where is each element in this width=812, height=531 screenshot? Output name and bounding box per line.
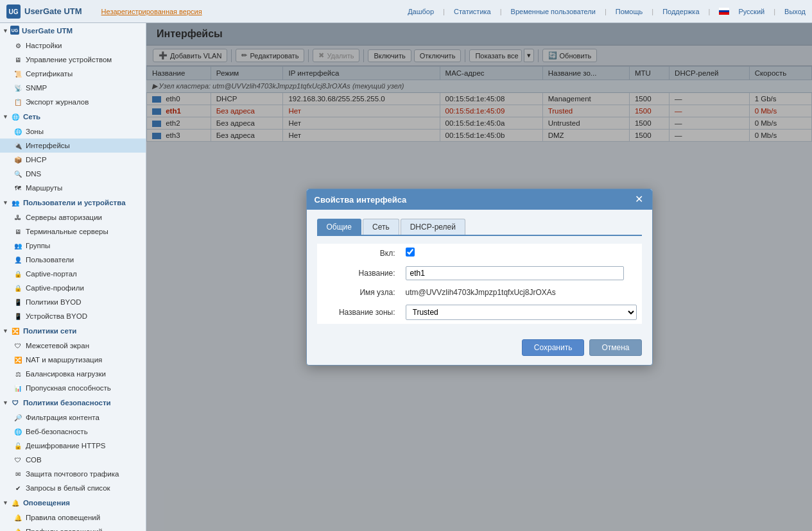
sidebar-label-device-mgmt: Управление устройством: [26, 56, 112, 63]
nav-dashboard[interactable]: Дашбор: [408, 8, 434, 15]
sidebar-label-https-decrypt: Дешифрование HTTPS: [26, 442, 106, 450]
sidebar-label-byod-policies: Политики BYOD: [26, 298, 81, 306]
sidebar-item-bandwidth[interactable]: 📊 Пропускная способность: [0, 381, 146, 395]
form-row-zone: Название зоны: Trusted Untrusted Managem…: [317, 301, 642, 324]
sidebar-item-byod-policies[interactable]: 📱 Политики BYOD: [0, 295, 146, 309]
sidebar-item-mail-protection[interactable]: ✉ Защита почтового трафика: [0, 467, 146, 481]
sidebar-item-settings[interactable]: ⚙ Настройки: [0, 38, 146, 53]
node-value: utm@UVVzlih4703kJmpzp1tqfxUcj8JrOXAs: [401, 284, 642, 301]
sidebar-item-interfaces[interactable]: 🔌 Интерфейсы: [0, 139, 146, 153]
sidebar-item-device-mgmt[interactable]: 🖥 Управление устройством: [0, 53, 146, 67]
sidebar-item-byod-devices[interactable]: 📱 Устройства BYOD: [0, 309, 146, 323]
sidebar-label-content-filter: Фильтрация контента: [26, 414, 99, 421]
modal-overlay: Свойства интерфейса ✕ Общие Сеть DHCP-ре…: [146, 23, 812, 531]
nav-support[interactable]: Поддержка: [662, 8, 699, 15]
content-filter-icon: 🔎: [13, 412, 23, 423]
sidebar-label-captive-portal: Captive-портал: [26, 270, 77, 278]
sidebar-item-notification-profiles[interactable]: 🔔 Профили оповещений: [0, 525, 146, 531]
sidebar-item-whitelist[interactable]: ✔ Запросы в белый список: [0, 481, 146, 495]
bandwidth-icon: 📊: [13, 383, 23, 393]
sidebar-item-snmp[interactable]: 📡 SNMP: [0, 81, 146, 95]
modal-title: Свойства интерфейса: [315, 195, 407, 205]
sidebar-label-notifications: Оповещения: [23, 499, 70, 507]
sidebar-label-routes: Маршруты: [26, 184, 62, 192]
sidebar-item-cob[interactable]: 🛡 СОВ: [0, 453, 146, 467]
name-label: Название:: [317, 262, 401, 284]
sidebar-item-captive-profiles[interactable]: 🔒 Captive-профили: [0, 281, 146, 295]
sidebar-label-dhcp: DHCP: [26, 156, 47, 164]
modal-close-button[interactable]: ✕: [634, 194, 644, 205]
top-bar: UG UserGate UTM Незарегистрированная вер…: [0, 0, 812, 23]
flag-icon: [719, 8, 729, 15]
sidebar-item-zones[interactable]: 🌐 Зоны: [0, 124, 146, 139]
sidebar-group-users[interactable]: ▼ 👥 Пользователи и устройства: [0, 195, 146, 210]
sidebar-label-groups: Группы: [26, 242, 50, 249]
form-row-enabled: Вкл:: [317, 244, 642, 262]
sidebar-group-security[interactable]: ▼ 🛡 Политики безопасности: [0, 395, 146, 410]
interfaces-icon: 🔌: [13, 140, 23, 151]
sidebar-label-users: Пользователи: [26, 256, 74, 264]
nav-statistics[interactable]: Статистика: [454, 8, 491, 15]
sidebar-item-web-security[interactable]: 🌐 Веб-безопасность: [0, 425, 146, 439]
sidebar-label-usergate: UserGate UTM: [22, 27, 73, 35]
nav-help[interactable]: Помощь: [616, 8, 643, 15]
sidebar-label-loadbalance: Балансировка нагрузки: [26, 370, 106, 378]
zone-value: Trusted Untrusted Management DMZ: [401, 301, 642, 324]
sidebar-group-network[interactable]: ▼ 🌐 Сеть: [0, 109, 146, 124]
sidebar-item-groups[interactable]: 👥 Группы: [0, 239, 146, 253]
name-input[interactable]: [406, 266, 624, 280]
sidebar-item-firewall[interactable]: 🛡 Межсетевой экран: [0, 339, 146, 353]
form-row-node: Имя узла: utm@UVVzlih4703kJmpzp1tqfxUcj8…: [317, 284, 642, 301]
save-button[interactable]: Сохранить: [522, 339, 585, 356]
content-area: Интерфейсы ➕ Добавить VLAN ✏ Редактирова…: [146, 23, 812, 531]
app-title: UserGate UTM: [24, 6, 82, 16]
sidebar-item-certs[interactable]: 📜 Сертификаты: [0, 67, 146, 81]
settings-icon: ⚙: [13, 40, 23, 51]
sidebar-item-https-decrypt[interactable]: 🔓 Дешифрование HTTPS: [0, 439, 146, 453]
whitelist-icon: ✔: [13, 483, 23, 493]
cancel-button[interactable]: Отмена: [589, 339, 641, 356]
nav-logout[interactable]: Выход: [784, 8, 806, 15]
sidebar-item-captive-portal[interactable]: 🔒 Captive-портал: [0, 267, 146, 281]
users-group-icon: 👥: [10, 198, 21, 208]
captive-profiles-icon: 🔒: [13, 283, 23, 293]
enabled-checkbox[interactable]: [406, 248, 415, 257]
sidebar-label-interfaces: Интерфейсы: [26, 142, 70, 149]
modal-tab-network[interactable]: Сеть: [363, 219, 399, 235]
unregistered-link[interactable]: Незарегистрированная версия: [101, 8, 202, 15]
sidebar-item-users[interactable]: 👤 Пользователи: [0, 253, 146, 267]
zone-select[interactable]: Trusted Untrusted Management DMZ: [406, 305, 637, 320]
sidebar-item-content-filter[interactable]: 🔎 Фильтрация контента: [0, 410, 146, 425]
sidebar-label-cob: СОВ: [26, 456, 42, 464]
sidebar-item-nat[interactable]: 🔀 NAT и маршрутизация: [0, 353, 146, 367]
sidebar-item-notification-rules[interactable]: 🔔 Правила оповещений: [0, 510, 146, 525]
modal-tab-dhcp-relay[interactable]: DHCP-релей: [401, 219, 465, 235]
export-logs-icon: 📋: [13, 97, 23, 107]
sidebar-item-dhcp[interactable]: 📦 DHCP: [0, 153, 146, 167]
sidebar-label-certs: Сертификаты: [26, 70, 73, 78]
sidebar-item-routes[interactable]: 🗺 Маршруты: [0, 181, 146, 195]
sidebar-label-nat: NAT и маршрутизация: [26, 356, 102, 364]
device-mgmt-icon: 🖥: [13, 55, 23, 65]
sidebar-item-loadbalance[interactable]: ⚖ Балансировка нагрузки: [0, 367, 146, 381]
sidebar-label-mail-protection: Защита почтового трафика: [26, 470, 119, 478]
sidebar-label-dns: DNS: [26, 170, 41, 178]
network-icon: 🌐: [10, 112, 21, 122]
sidebar-label-byod-devices: Устройства BYOD: [26, 312, 87, 320]
sidebar-item-auth-servers[interactable]: 🖧 Серверы авторизации: [0, 210, 146, 224]
sidebar-group-usergate[interactable]: ▼ UG UserGate UTM: [0, 23, 146, 38]
sidebar-label-bandwidth: Пропускная способность: [26, 384, 111, 392]
sidebar-item-terminal-servers[interactable]: 🖥 Терминальные серверы: [0, 224, 146, 239]
nav-temp-users[interactable]: Временные пользователи: [511, 8, 596, 15]
sidebar-item-dns[interactable]: 🔍 DNS: [0, 167, 146, 181]
sidebar-item-export-logs[interactable]: 📋 Экспорт журналов: [0, 95, 146, 109]
sidebar-label-notification-profiles: Профили оповещений: [26, 528, 103, 531]
expand-arrow-users: ▼: [3, 199, 8, 206]
sidebar-label-notification-rules: Правила оповещений: [26, 514, 100, 521]
modal-title-bar: Свойства интерфейса ✕: [307, 189, 652, 210]
nav-lang[interactable]: Русский: [738, 8, 764, 15]
sidebar-group-net-policies[interactable]: ▼ 🔀 Политики сети: [0, 323, 146, 339]
sidebar-group-notifications[interactable]: ▼ 🔔 Оповещения: [0, 495, 146, 510]
firewall-icon: 🛡: [13, 341, 23, 351]
modal-tab-general[interactable]: Общие: [317, 219, 361, 235]
